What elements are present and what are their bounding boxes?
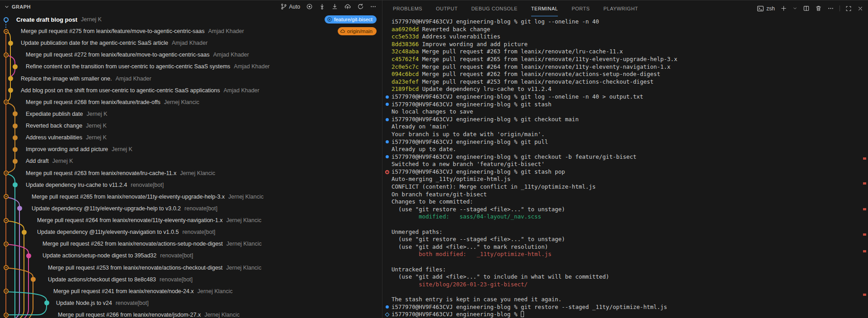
terminal-line: i577970@HV9F463CVJ engineering-blog % [383,311,862,318]
commit-row[interactable]: Merge pull request #262 from leanix/reno… [0,238,382,250]
terminal-line: i577970@HV9F463CVJ engineering-blog % gi… [383,93,862,101]
arrow-down-branch-icon [319,3,326,10]
terminal-more-actions-button[interactable] [827,5,834,12]
command-decoration-gutter [383,198,392,206]
command-decoration-gutter [383,71,392,78]
merge-commit-dot [4,289,9,294]
terminal-line: cc5e533d Address vulnerabilities [383,33,862,41]
command-success-icon[interactable] [386,305,389,309]
commit-row[interactable]: Merge pull request #265 from leanix/reno… [0,191,382,203]
commit-row[interactable]: Update actions/checkout digest to 8e8c48… [0,274,382,285]
terminal-line: Unmerged paths: [383,228,862,236]
commit-dot [8,41,13,46]
commit-row[interactable]: Merge pull request #264 from leanix/reno… [0,214,382,226]
git-branch-icon [280,3,287,10]
commit-row[interactable]: Replace the image with smaller one.Amjad… [0,73,382,85]
remote-branch-badge[interactable]: origin/main [338,27,377,35]
terminal-text: site/blog/2026-01-23-git-bisect/ [392,281,528,289]
commit-row[interactable]: Expediate publish dateJernej K [0,108,382,120]
commit-row[interactable]: Add blog post on the shift from user-cen… [0,85,382,96]
ellipsis-icon [827,5,834,12]
push-button[interactable] [344,3,351,10]
split-terminal-button[interactable] [803,5,810,12]
branch-layout-auto-button[interactable]: Auto [280,3,300,10]
commit-row[interactable]: Update dependency lru-cache to v11.2.4re… [0,179,382,191]
merge-commit-dot [4,265,9,270]
commit-author: Jernej K [112,146,132,152]
commit-message: Replace the image with smaller one. [21,76,112,82]
fetch-button[interactable] [319,3,326,10]
terminal-text: CONFLICT (content): Merge conflict in _1… [392,183,596,191]
panel-tab-problems[interactable]: PROBLEMS [393,0,422,16]
commit-author: Amjad Khader [213,52,249,58]
active-shell-label[interactable]: zsh [757,5,775,12]
command-failed-icon[interactable] [385,170,389,174]
terminal-line: (use "git add <file>..." to mark resolut… [383,243,862,251]
terminal-content[interactable]: i577970@HV9F463CVJ engineering-blog % gi… [383,16,862,318]
commit-message: Update actions/setup-node digest to 395a… [42,252,156,259]
refresh-button[interactable] [357,3,364,10]
commit-row[interactable]: Update Node.js to v24renovate[bot] [0,297,382,309]
merge-commit-dot [4,242,9,247]
commit-message: Merge pull request #266 from leanix/reno… [58,312,201,318]
pull-button[interactable] [331,3,338,10]
maximize-panel-button[interactable] [845,5,852,12]
plus-icon [780,5,787,12]
command-running-icon[interactable] [385,313,390,317]
terminal-line: 32c48aba Merge pull request #263 from le… [383,48,862,56]
commit-author: Jernej Klancic [228,194,264,200]
terminal-line: modified: sass/04-layout/_nav.scss [383,213,862,221]
launch-profile-button[interactable] [793,6,797,11]
commit-row[interactable]: Merge pull request #263 from leanix/reno… [0,167,382,179]
command-success-icon[interactable] [386,118,389,121]
commit-row[interactable]: Merge pull request #241 from leanix/reno… [0,285,382,297]
commit-row[interactable]: Improve wording and add pictureJernej K [0,143,382,155]
kill-terminal-button[interactable] [815,5,822,12]
commit-row[interactable]: Merge pull request #268 from leanix/feat… [0,96,382,108]
commit-row[interactable]: Update actions/setup-node digest to 395a… [0,250,382,261]
terminal-text: 2189fbcd Update dependency lru-cache to … [392,85,552,93]
command-success-icon[interactable] [386,95,389,99]
ref-badges: origin/main [338,27,377,35]
commit-message: Merge pull request #253 from leanix/reno… [48,265,222,271]
commit-row[interactable]: Reverted back changeJernej K [0,120,382,132]
command-decoration-gutter [383,311,392,318]
divider [840,5,840,11]
commit-row[interactable]: Refine content on the transition from us… [0,61,382,72]
panel-tab-output[interactable]: OUTPUT [436,0,458,16]
target-icon [327,17,332,22]
commit-row[interactable]: Merge pull request #253 from leanix/reno… [0,262,382,274]
panel-tab-debug-console[interactable]: DEBUG CONSOLE [471,0,517,16]
commit-author: Jernej Klancic [180,170,215,176]
commit-dot [31,277,36,282]
close-panel-button[interactable] [857,5,863,12]
commit-row[interactable]: Merge pull request #275 from leanix/feat… [0,25,382,37]
terminal-text: Untracked files: [392,266,446,274]
commit-row[interactable]: Add draftJernej K [0,155,382,167]
branch-badge[interactable]: feature/git-bisect [325,15,377,24]
command-success-icon[interactable] [386,103,389,106]
command-success-icon[interactable] [386,155,389,158]
commit-row[interactable]: Update dependency @11ty/eleventy-navigat… [0,226,382,238]
overview-ruler-mark [863,233,866,236]
command-decoration-gutter [383,78,392,86]
new-terminal-button[interactable] [780,5,787,12]
commit-row[interactable]: Merge pull request #266 from leanix/reno… [0,309,382,318]
commit-row[interactable]: Update publication date for the agentic-… [0,37,382,49]
commit-row[interactable]: Create draft blog postJernej Kfeature/gi… [0,14,382,25]
commit-dot [13,64,18,69]
commit-row[interactable]: Update dependency @11ty/eleventy-upgrade… [0,203,382,214]
more-actions-button[interactable] [370,3,377,10]
overview-ruler-mark [863,182,866,185]
panel-tab-playwright[interactable]: PLAYWRIGHT [604,0,638,16]
commit-row[interactable]: Merge pull request #272 from leanix/feat… [0,49,382,61]
commit-row[interactable]: Address vulnerabilitiesJernej K [0,132,382,143]
scroll-to-head-button[interactable] [306,3,313,10]
panel-tab-terminal[interactable]: TERMINAL [531,0,558,16]
command-decoration-gutter [383,41,392,48]
commit-author: Jernej K [52,158,73,164]
chevron-down-icon[interactable] [4,4,10,10]
command-success-icon[interactable] [386,140,389,143]
terminal-line: i577970@HV9F463CVJ engineering-blog % gi… [383,18,862,26]
panel-tab-ports[interactable]: PORTS [571,0,590,16]
